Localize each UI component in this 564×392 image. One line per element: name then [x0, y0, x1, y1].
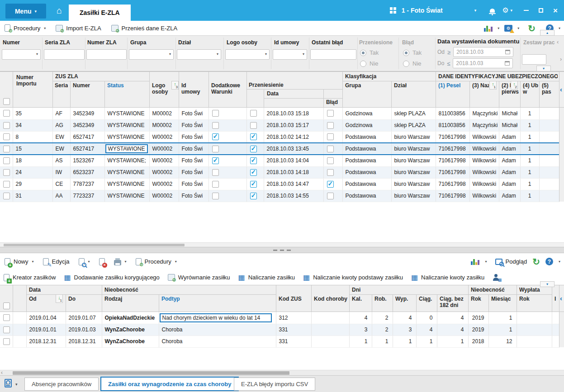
cell[interactable]: 1 [520, 143, 539, 155]
cell[interactable]: 1 [520, 119, 539, 131]
cell[interactable] [246, 143, 264, 155]
cell[interactable]: Wilkowski [469, 178, 499, 190]
cell[interactable]: WYSTAWIONE [104, 108, 149, 119]
print-button[interactable]: ▾ [114, 258, 127, 265]
cell[interactable]: 35 [13, 108, 52, 119]
checkbox[interactable] [212, 110, 219, 117]
app-grid-icon[interactable] [390, 7, 396, 14]
cell[interactable]: Foto Świ [179, 178, 209, 190]
cell[interactable] [539, 178, 559, 190]
cell[interactable]: 2018.12.31 [66, 335, 102, 347]
checkbox[interactable] [250, 133, 257, 140]
cell[interactable] [0, 312, 13, 324]
main-grid-hscrollbar[interactable] [0, 242, 564, 247]
checkbox[interactable] [250, 146, 257, 152]
cell[interactable]: WYSTAWIONE [104, 131, 149, 143]
cell[interactable]: 710617998 [436, 178, 469, 190]
checkbox[interactable] [250, 193, 257, 199]
cell[interactable]: 2018.10.03 13:45 [264, 143, 323, 155]
cell[interactable] [0, 324, 13, 335]
row-select-checkbox[interactable] [3, 338, 10, 345]
procedury-bottom-button[interactable]: ⚙ Procedury ▾ [136, 258, 177, 265]
cell[interactable]: WYSTAWIONE [104, 178, 149, 190]
refresh-icon[interactable]: ↻ [532, 257, 540, 266]
cell[interactable] [311, 335, 349, 347]
cell[interactable]: Mączyński [469, 108, 499, 119]
cell[interactable]: CE [52, 178, 70, 190]
cell[interactable]: 1 [520, 166, 539, 178]
col-rob[interactable]: Rob. [374, 296, 387, 302]
cell[interactable]: 1 [520, 155, 539, 166]
cell[interactable] [517, 312, 552, 324]
naliczanie-zasilku-button[interactable]: ▦ Naliczanie zasiłku [238, 274, 295, 281]
checkbox[interactable] [212, 181, 219, 188]
cell[interactable]: 710617998 [436, 131, 469, 143]
splitter-handle[interactable] [0, 247, 564, 253]
bottom-grid-scroll-left-icon[interactable]: ‹ [560, 294, 562, 302]
cell[interactable] [323, 178, 342, 190]
cell[interactable] [209, 166, 246, 178]
cell[interactable] [539, 190, 559, 202]
cell[interactable] [517, 335, 552, 347]
cell[interactable]: W00002 [149, 166, 179, 178]
chart-icon[interactable] [484, 25, 493, 32]
checkbox[interactable] [327, 181, 334, 188]
help-chevron-icon[interactable]: ▾ [559, 26, 560, 30]
cell[interactable]: W00002 [149, 190, 179, 202]
checkbox[interactable] [327, 110, 334, 117]
checkbox[interactable] [327, 133, 334, 140]
cell[interactable]: Foto Świ [179, 166, 209, 178]
cell[interactable]: M00002 [149, 119, 179, 131]
col-ub-w[interactable]: (4) Ub w [523, 82, 538, 95]
cell[interactable] [0, 155, 13, 166]
row-select-checkbox[interactable] [3, 326, 10, 333]
cell[interactable] [209, 119, 246, 131]
cell[interactable]: 2018.10.03 15:17 [264, 119, 323, 131]
company-chevron-icon[interactable]: ▾ [474, 8, 477, 13]
cell[interactable]: AG [52, 119, 70, 131]
help-icon[interactable]: ? [545, 258, 553, 265]
cell[interactable]: 6527417 [70, 143, 104, 155]
cell[interactable] [323, 143, 342, 155]
cell[interactable]: 2018.10.03 14:18 [264, 166, 323, 178]
cell[interactable]: 6527417 [70, 131, 104, 143]
cell[interactable] [13, 312, 26, 324]
sort-badge-od[interactable]: ↓1 [56, 294, 63, 303]
checkbox[interactable] [250, 181, 257, 188]
settings-warning-chevron-icon[interactable]: ▾ [517, 26, 519, 30]
row-select-checkbox[interactable] [3, 169, 10, 176]
cell[interactable] [0, 108, 13, 119]
cell[interactable]: biuro Warszaw [391, 190, 436, 202]
cell[interactable]: Wilkowski [469, 166, 499, 178]
dodawanie-zasilku-button[interactable]: ▦ Dodawanie zasiłku korygującego [64, 274, 159, 281]
cell[interactable]: Foto Świ [179, 190, 209, 202]
cell[interactable]: 0 [416, 312, 437, 324]
cell[interactable]: Michał [499, 108, 520, 119]
cell[interactable]: Adam [499, 143, 520, 155]
cell[interactable]: 1 [437, 335, 468, 347]
home-button[interactable]: ⌂ [53, 5, 65, 16]
col-numer[interactable]: Numer [73, 82, 90, 89]
cell[interactable] [539, 131, 559, 143]
cell[interactable]: 3452349 [70, 119, 104, 131]
cell[interactable]: OpiekaNadDzieckie [102, 312, 159, 324]
cell[interactable] [323, 119, 342, 131]
cell[interactable] [246, 178, 264, 190]
cell[interactable]: Wilkowski [469, 131, 499, 143]
naliczanie-kwoty-podstawy-button[interactable]: ▦ Naliczanie kwoty podstawy zasiłku [303, 274, 403, 281]
checkbox[interactable] [250, 169, 257, 176]
cell[interactable] [0, 166, 13, 178]
cell[interactable]: Choroba [159, 335, 276, 347]
col-wyplata-rok[interactable]: Rok [519, 296, 530, 302]
cell[interactable] [323, 190, 342, 202]
sort-badge-logo-osoby[interactable]: ↑3 [171, 81, 179, 90]
cell[interactable]: 1 [520, 108, 539, 119]
cell[interactable]: 3 [349, 324, 372, 335]
cell[interactable]: 2018.10.03 14:47 [264, 178, 323, 190]
filter-scroll-right-icon[interactable]: › [560, 56, 562, 62]
cell[interactable] [246, 155, 264, 166]
main-row[interactable]: 35 AF 3452349 WYSTAWIONE M00002 Foto Świ… [0, 108, 559, 119]
col-seria[interactable]: Seria [55, 82, 68, 89]
row-select-checkbox[interactable] [3, 122, 10, 129]
cell[interactable]: Podstawowa [342, 166, 391, 178]
